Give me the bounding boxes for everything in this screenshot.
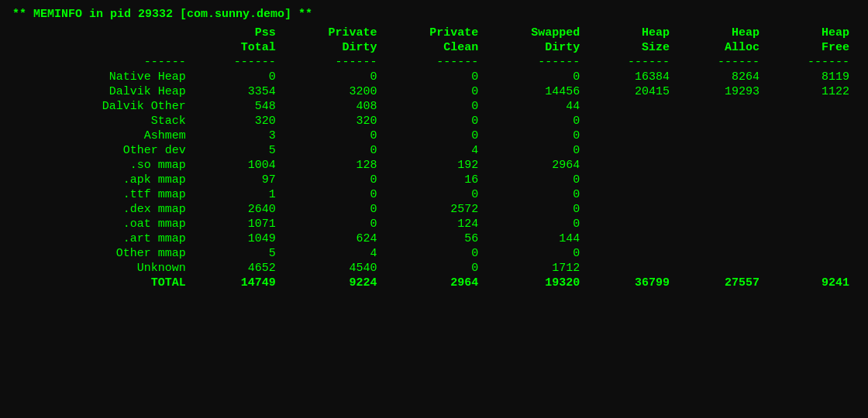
col-heapfree-header-1: Heap: [766, 26, 856, 40]
row-swap-dirty: 19320: [484, 276, 586, 290]
row-heap-size: [586, 261, 676, 276]
row-label: Dalvik Heap: [12, 84, 192, 99]
row-heap-size: [586, 202, 676, 217]
row-priv-dirty: 4: [282, 246, 384, 261]
row-heap-size: [586, 143, 676, 158]
row-swap-dirty: 0: [484, 246, 586, 261]
row-heap-alloc: [676, 128, 766, 143]
row-heap-alloc: [676, 261, 766, 276]
table-row: .ttf mmap1000: [12, 187, 856, 202]
row-heap-alloc: [676, 114, 766, 128]
row-heap-free: [766, 261, 856, 276]
row-heap-size: [586, 173, 676, 187]
row-label: Ashmem: [12, 128, 192, 143]
row-label: Stack: [12, 114, 192, 128]
row-heap-alloc: [676, 187, 766, 202]
row-label: .oat mmap: [12, 217, 192, 231]
row-priv-clean: 0: [384, 114, 485, 128]
row-heap-size: [586, 128, 676, 143]
table-body: Native Heap00001638482648119Dalvik Heap3…: [12, 70, 856, 290]
row-heap-free: [766, 217, 856, 231]
table-row: Unknown4652454001712: [12, 261, 856, 276]
row-heap-alloc: [676, 202, 766, 217]
col-heapsize-header-2: Size: [586, 40, 676, 55]
row-priv-clean: 0: [384, 128, 485, 143]
table-row: .art mmap104962456144: [12, 231, 856, 246]
divider-privclean: ------: [384, 55, 485, 70]
row-heap-alloc: [676, 143, 766, 158]
table-row: Other mmap5400: [12, 246, 856, 261]
divider-heapsize: ------: [586, 55, 676, 70]
row-priv-clean: 2964: [384, 276, 485, 290]
divider-row: ------ ------ ------ ------ ------ -----…: [12, 55, 856, 70]
row-priv-dirty: 0: [282, 202, 384, 217]
row-pss: 5: [192, 143, 282, 158]
row-priv-dirty: 0: [282, 217, 384, 231]
row-heap-size: 36799: [586, 276, 676, 290]
row-heap-free: [766, 99, 856, 114]
row-heap-free: [766, 143, 856, 158]
row-label: Other mmap: [12, 246, 192, 261]
table-row: .dex mmap2640025720: [12, 202, 856, 217]
row-heap-free: 9241: [766, 276, 856, 290]
row-heap-free: [766, 231, 856, 246]
row-swap-dirty: 0: [484, 202, 586, 217]
row-heap-free: [766, 173, 856, 187]
row-heap-free: [766, 128, 856, 143]
col-privdirty-header-1: Private: [282, 26, 384, 40]
row-priv-clean: 0: [384, 246, 485, 261]
row-priv-clean: 2572: [384, 202, 485, 217]
row-priv-dirty: 0: [282, 128, 384, 143]
row-priv-dirty: 0: [282, 173, 384, 187]
row-label: .apk mmap: [12, 173, 192, 187]
row-priv-clean: 0: [384, 99, 485, 114]
row-heap-size: [586, 231, 676, 246]
row-heap-free: [766, 246, 856, 261]
row-swap-dirty: 0: [484, 143, 586, 158]
row-priv-clean: 0: [384, 70, 485, 84]
divider-privdirty: ------: [282, 55, 384, 70]
table-row: Dalvik Other548408044: [12, 99, 856, 114]
row-priv-dirty: 4540: [282, 261, 384, 276]
row-heap-size: [586, 217, 676, 231]
table-row: .oat mmap107101240: [12, 217, 856, 231]
col-privclean-header-2: Clean: [384, 40, 485, 55]
row-label: Native Heap: [12, 70, 192, 84]
col-heapsize-header-1: Heap: [586, 26, 676, 40]
row-heap-alloc: [676, 158, 766, 173]
row-priv-dirty: 3200: [282, 84, 384, 99]
table-row: Ashmem3000: [12, 128, 856, 143]
row-heap-alloc: [676, 99, 766, 114]
row-pss: 14749: [192, 276, 282, 290]
row-pss: 1071: [192, 217, 282, 231]
header-row-2: Total Dirty Clean Dirty Size Alloc Free: [12, 40, 856, 55]
row-swap-dirty: 0: [484, 187, 586, 202]
col-swapdirty-header-1: Swapped: [484, 26, 586, 40]
col-heapalloc-header-1: Heap: [676, 26, 766, 40]
table-row: Stack32032000: [12, 114, 856, 128]
col-pss-header-2: Total: [192, 40, 282, 55]
divider-label: ------: [12, 55, 192, 70]
row-label: .so mmap: [12, 158, 192, 173]
row-pss: 1049: [192, 231, 282, 246]
row-priv-dirty: 0: [282, 70, 384, 84]
row-priv-clean: 4: [384, 143, 485, 158]
row-priv-clean: 16: [384, 173, 485, 187]
row-label: .ttf mmap: [12, 187, 192, 202]
row-pss: 320: [192, 114, 282, 128]
divider-swapdirty: ------: [484, 55, 586, 70]
row-swap-dirty: 0: [484, 217, 586, 231]
row-swap-dirty: 144: [484, 231, 586, 246]
col-pss-header-1: Pss: [192, 26, 282, 40]
row-priv-clean: 0: [384, 187, 485, 202]
row-heap-free: 8119: [766, 70, 856, 84]
row-heap-size: [586, 187, 676, 202]
row-pss: 0: [192, 70, 282, 84]
row-heap-free: 1122: [766, 84, 856, 99]
col-swapdirty-header-2: Dirty: [484, 40, 586, 55]
divider-pss: ------: [192, 55, 282, 70]
row-pss: 548: [192, 99, 282, 114]
table-row: TOTAL14749922429641932036799275579241: [12, 276, 856, 290]
table-row: Dalvik Heap3354320001445620415192931122: [12, 84, 856, 99]
col-heapalloc-header-2: Alloc: [676, 40, 766, 55]
